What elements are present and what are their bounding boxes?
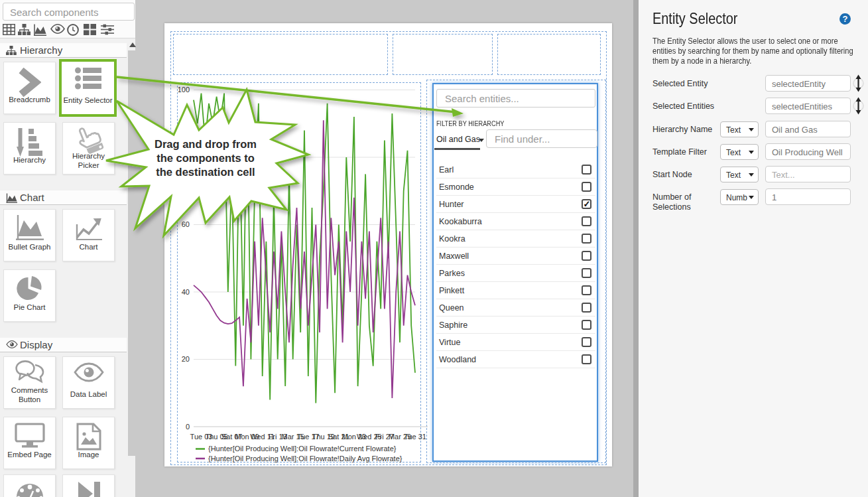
svg-text:Drag and drop from: Drag and drop from bbox=[155, 138, 257, 150]
svg-text:the components to: the components to bbox=[156, 152, 255, 164]
svg-text:the destination cell: the destination cell bbox=[156, 166, 255, 178]
